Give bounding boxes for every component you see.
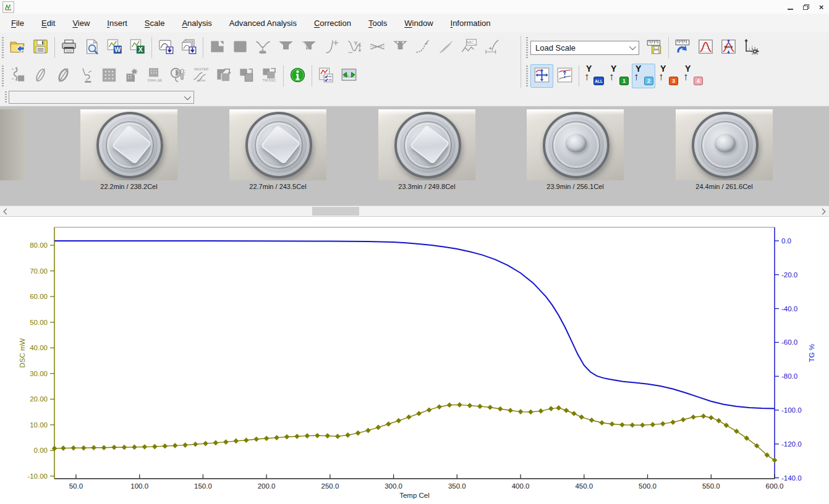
dsc-axis-label: DSC mW [19, 338, 26, 368]
save-icon [32, 38, 49, 57]
svg-text:80.00: 80.00 [30, 242, 48, 249]
scroll-left-button[interactable] [0, 206, 11, 216]
range-measure-icon [483, 38, 500, 57]
save-button[interactable] [29, 36, 52, 59]
svg-text:70.00: 70.00 [30, 267, 48, 275]
import-curve-button[interactable] [155, 36, 177, 59]
toolbar-separator [579, 65, 579, 86]
menu-advanced-analysis[interactable]: Advanced Analysis [221, 15, 305, 31]
svg-text:0.0: 0.0 [781, 237, 791, 245]
y-axis-4-button[interactable]: Y↑4 [681, 64, 705, 88]
import-curves-multi-button[interactable] [177, 36, 200, 59]
menu-window[interactable]: Window [396, 15, 441, 31]
analysis-report-icon [318, 67, 334, 85]
dot-matrix-icon [101, 67, 117, 85]
scroll-right-button[interactable] [818, 206, 829, 216]
svg-text:curve: curve [197, 78, 206, 82]
auto-scale-max-button[interactable]: MAX [717, 36, 740, 59]
y-shift-mode-button[interactable] [553, 64, 576, 88]
menu-tools[interactable]: Tools [360, 15, 396, 31]
toolbar-gripper[interactable] [2, 65, 4, 86]
sample-caption: 22.2min / 238.2Cel [80, 183, 177, 190]
svg-text:50.0: 50.0 [69, 482, 83, 490]
peak-height-button: Y [343, 36, 366, 59]
scrollbar-thumb[interactable] [312, 207, 359, 216]
menu-insert[interactable]: Insert [98, 15, 136, 31]
svg-text:450.0: 450.0 [575, 482, 593, 490]
print-icon [61, 38, 77, 57]
svg-text:W: W [114, 46, 121, 53]
tg-axis-label: TG % [808, 344, 815, 362]
toolbar-gripper[interactable] [526, 65, 528, 86]
axis-settings-icon [743, 38, 760, 57]
menu-analysis[interactable]: Analysis [173, 15, 220, 31]
sample-frame[interactable] [0, 109, 26, 180]
information-button[interactable] [286, 64, 309, 88]
menu-scale[interactable]: Scale [136, 15, 174, 31]
minimize-button[interactable] [783, 1, 798, 13]
app-icon[interactable] [2, 1, 14, 13]
sample-frame[interactable]: 22.7min / 243.5Cel [229, 109, 326, 190]
menu-file[interactable]: File [2, 15, 33, 31]
close-button[interactable]: × [814, 1, 829, 13]
peak-temperature-button [252, 36, 274, 59]
sample-frame[interactable]: 22.2min / 238.2Cel [80, 109, 177, 190]
menu-information[interactable]: Information [442, 15, 500, 31]
partial-area-icon [300, 38, 317, 57]
sample-frame[interactable]: 23.9min / 256.1Cel [527, 109, 624, 190]
svg-text:400.0: 400.0 [512, 482, 530, 490]
export-excel-button[interactable]: X [126, 36, 149, 59]
chart-app-icon [4, 3, 12, 11]
menu-edit[interactable]: Edit [33, 15, 64, 31]
y-axis-3-button[interactable]: Y↑3 [657, 64, 680, 88]
horizontal-scrollbar[interactable] [0, 206, 829, 217]
open-file-button[interactable] [6, 36, 29, 59]
svg-text:-140.0: -140.0 [781, 474, 802, 482]
print-preview-button[interactable] [80, 36, 103, 59]
svg-text:0.00: 0.00 [34, 447, 48, 454]
restore-scale-button[interactable] [671, 36, 694, 59]
zone-select-2-icon [232, 38, 249, 57]
toolbar-analysis: DMA ΔEMASTERcurveTM-DSC [0, 62, 360, 90]
print-button[interactable] [57, 36, 80, 59]
data-combobox[interactable] [9, 91, 194, 104]
sample-frame[interactable]: 23.3min / 249.8Cel [378, 109, 475, 190]
y-axis-2-button[interactable]: Y↑2 [632, 64, 655, 88]
peak-height-icon: Y [346, 38, 363, 57]
probe-position-button [75, 64, 98, 88]
auto-scale-curve-button[interactable] [694, 36, 717, 59]
sample-melt [566, 134, 587, 153]
toolbar-gripper[interactable] [526, 37, 528, 58]
menu-view[interactable]: View [64, 15, 98, 31]
crucible-image [394, 112, 461, 178]
svg-text:-100.0: -100.0 [781, 406, 802, 414]
temperature-probe-icon [169, 67, 186, 85]
sample-caption: 23.9min / 256.1Cel [527, 183, 624, 190]
export-word-button[interactable]: W [103, 36, 126, 59]
save-scale-button[interactable] [643, 36, 666, 59]
chart-panel[interactable]: 80.0070.0060.0050.0040.0030.0020.0010.00… [0, 217, 829, 504]
scale-preset-combobox[interactable]: Load Scale [530, 41, 639, 55]
image-display-button[interactable] [338, 64, 360, 88]
image-display-icon [341, 67, 357, 85]
sample-frame[interactable]: 24.4min / 261.6Cel [676, 109, 773, 190]
toolbar-gripper[interactable] [5, 91, 7, 103]
analysis-report-button[interactable] [315, 64, 338, 88]
sample-photo [378, 109, 475, 180]
axis-settings-button[interactable] [740, 36, 763, 59]
pan-mode-button[interactable] [530, 64, 553, 88]
sample-caption: 24.4min / 261.6Cel [676, 183, 773, 190]
image-strip: 22.2min / 238.2Cel22.7min / 243.5Cel23.3… [0, 105, 829, 207]
sample-caption: 22.7min / 243.5Cel [229, 183, 326, 190]
smoothing-button [435, 36, 457, 59]
y-axis-all-button[interactable]: Y↑ALL [582, 64, 606, 88]
y-axis-1-button[interactable]: Y↑1 [607, 64, 631, 88]
svg-text:MASTER: MASTER [194, 67, 208, 71]
annotation-button: ABC_ [457, 36, 480, 59]
sample-photo [527, 109, 624, 180]
svg-text:150.0: 150.0 [194, 482, 212, 490]
toolbar-gripper[interactable] [2, 37, 4, 58]
toolbar-separator [668, 37, 669, 58]
menu-correction[interactable]: Correction [305, 15, 360, 31]
restore-button[interactable] [798, 1, 814, 13]
